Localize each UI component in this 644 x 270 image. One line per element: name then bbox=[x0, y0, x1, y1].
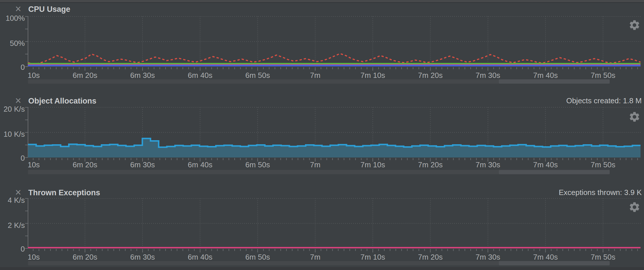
x-tick-label: 7m 50s bbox=[591, 71, 615, 80]
top-strip bbox=[0, 0, 644, 3]
x-tick-label: 7m 30s bbox=[475, 160, 500, 169]
x-tick-label: 6m 50s bbox=[245, 160, 270, 169]
cpu-x-axis-labels: 6m 10s6m 20s6m 30s6m 40s6m 50s7m7m 10s7m… bbox=[28, 71, 644, 80]
x-tick-label: 7m 40s bbox=[533, 253, 558, 261]
x-tick-label: 6m 20s bbox=[73, 160, 97, 169]
x-tick-label: 6m 20s bbox=[73, 253, 97, 261]
y-tick-label: 2 K/s bbox=[0, 221, 25, 230]
y-tick-label: 4 K/s bbox=[0, 196, 25, 205]
x-tick-label: 6m 20s bbox=[73, 71, 97, 80]
x-tick-label: 6m 30s bbox=[130, 71, 155, 80]
y-tick-label: 50% bbox=[0, 39, 25, 48]
x-tick-label: 7m 40s bbox=[533, 160, 558, 169]
y-tick-label: 10 K/s bbox=[0, 130, 25, 138]
cpu-plot-area[interactable] bbox=[28, 16, 641, 67]
x-tick-label: 7m 20s bbox=[418, 253, 443, 261]
y-tick-label: 0 bbox=[0, 63, 25, 72]
exceptions-h-scrollbar-track[interactable] bbox=[28, 261, 610, 265]
allocations-h-scrollbar-thumb[interactable] bbox=[499, 170, 610, 174]
x-tick-label: 7m bbox=[310, 71, 320, 80]
x-tick-label: 7m bbox=[310, 160, 320, 169]
x-tick-label: 6m 30s bbox=[130, 160, 155, 169]
x-tick-label: 7m 20s bbox=[418, 71, 443, 80]
exceptions-x-axis-labels: 6m 10s6m 20s6m 30s6m 40s6m 50s7m7m 10s7m… bbox=[28, 253, 644, 262]
allocations-x-axis-labels: 6m 10s6m 20s6m 30s6m 40s6m 50s7m7m 10s7m… bbox=[28, 160, 644, 170]
x-tick-label: 7m 10s bbox=[360, 160, 385, 169]
exceptions-plot-area[interactable] bbox=[28, 198, 641, 248]
exceptions-summary-text: Exceptions thrown: 3.9 K bbox=[559, 187, 642, 197]
allocations-summary-text: Objects created: 1.8 M bbox=[566, 96, 642, 106]
allocations-h-scrollbar-track[interactable] bbox=[28, 170, 610, 174]
cpu-h-scrollbar-track[interactable] bbox=[28, 79, 610, 84]
x-tick-label: 7m bbox=[310, 253, 320, 261]
chart-title-exceptions: Thrown Exceptions bbox=[28, 187, 100, 198]
y-tick-label: 0 bbox=[0, 154, 25, 162]
x-tick-label: 6m 50s bbox=[245, 71, 270, 80]
chart-title-cpu: CPU Usage bbox=[28, 4, 70, 14]
x-tick-label: 7m 30s bbox=[475, 71, 500, 80]
x-tick-label: 6m 50s bbox=[245, 253, 270, 261]
x-tick-label: 7m 10s bbox=[360, 253, 385, 261]
cpu-h-scrollbar-thumb[interactable] bbox=[499, 79, 610, 84]
x-tick-label: 6m 10s bbox=[28, 253, 40, 261]
x-tick-label: 7m 20s bbox=[418, 160, 443, 169]
x-tick-label: 6m 30s bbox=[130, 253, 155, 261]
y-tick-label: 20 K/s bbox=[0, 105, 25, 113]
chart-title-allocations: Object Allocations bbox=[28, 96, 96, 106]
allocations-plot-area[interactable] bbox=[28, 107, 641, 158]
close-icon[interactable]: × bbox=[13, 4, 23, 14]
x-tick-label: 7m 40s bbox=[533, 71, 558, 80]
x-tick-label: 6m 40s bbox=[188, 160, 212, 169]
bottom-edge bbox=[0, 267, 644, 270]
x-tick-label: 6m 40s bbox=[188, 253, 212, 261]
x-tick-label: 6m 10s bbox=[28, 71, 40, 80]
y-tick-label: 0 bbox=[0, 245, 25, 253]
x-tick-label: 7m 50s bbox=[591, 160, 615, 169]
exceptions-h-scrollbar-thumb[interactable] bbox=[499, 261, 610, 265]
x-tick-label: 6m 40s bbox=[188, 71, 212, 80]
profiler-telemetry-panel: × CPU Usage 100%50%0 6m 10s6m 20s6m 30s6… bbox=[0, 0, 644, 270]
x-tick-label: 7m 30s bbox=[475, 253, 500, 261]
y-tick-label: 100% bbox=[0, 14, 25, 22]
x-tick-label: 7m 10s bbox=[360, 71, 385, 80]
x-tick-label: 6m 10s bbox=[28, 160, 40, 169]
x-tick-label: 7m 50s bbox=[591, 253, 615, 261]
